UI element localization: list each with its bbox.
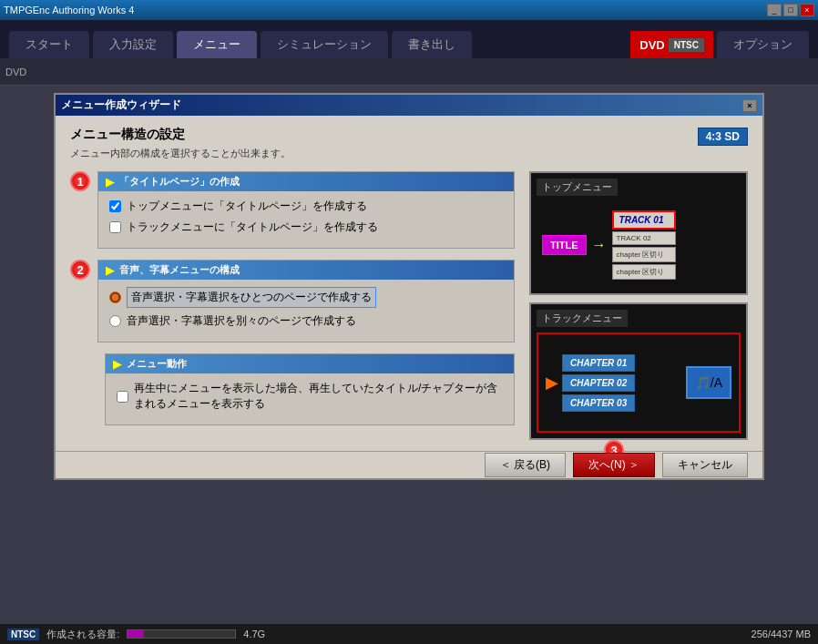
dvd-label: DVD [639,38,664,52]
capacity-value: 4.7G [243,629,265,639]
section1-checkbox2[interactable] [109,221,121,233]
tab-menu[interactable]: メニュー [177,31,257,58]
topmenu-preview-panel: トップメニュー TITLE → TRACK 01 TRACK 02 chapte… [529,171,748,295]
trackmenu-label: トラックメニュー [537,310,628,327]
minimize-button[interactable]: _ [767,4,782,16]
audio-icon: 🎵/A [695,375,722,390]
arrow-right-icon: → [592,237,607,253]
section3-body: 再生中にメニューを表示した場合、再生していたタイトル/チャプターが含まれるメニュ… [106,373,514,424]
trackmenu-section: トラックメニュー ▶ CHAPTER 01 CHAPTER 02 [529,302,748,440]
track-stack: TRACK 01 TRACK 02 chapter 区切り chapter 区切… [612,210,676,280]
dialog-buttons: ＜ 戻る(B) 3 次へ(N) ＞ キャンセル [56,451,762,478]
back-button[interactable]: ＜ 戻る(B) [485,453,566,477]
chapter1-label: CHAPTER 01 [570,358,627,368]
section1-label1: トップメニューに「タイトルページ」を作成する [127,199,367,214]
track-small2: chapter 区切り [612,247,676,262]
section3-icon: ▶ [113,358,121,371]
section1-wrap: 1 ▶ 「タイトルページ」の作成 トップメニューに [70,171,515,249]
section2-header: ▶ 音声、字幕メニューの構成 [98,261,514,280]
section1-panel: ▶ 「タイトルページ」の作成 トップメニューに「タイトルページ」を作成する [97,171,515,249]
section1-label2: トラックメニューに「タイトルページ」を作成する [127,220,378,235]
section2-title: 音声、字幕メニューの構成 [119,263,240,277]
titlebar: TMPGEnc Authoring Works 4 _ □ × [0,0,818,20]
section3-checkbox1[interactable] [117,391,128,403]
trackmenu-label-text: トラックメニュー [542,312,622,323]
capacity-mb: 256/4437 MB [752,629,811,639]
dialog-close-button[interactable]: × [742,99,757,112]
tab-export[interactable]: 書き出し [392,31,472,58]
track-small3: chapter 区切り [612,264,676,280]
dialog: メニュー作成ウィザード × メニュー構造の設定 メニュー内部の構成を選択すること… [54,93,764,480]
section3-wrap: ▶ メニュー動作 再生中にメニューを表示した場合、再生していたタイトル/チャプタ… [70,353,515,425]
section2: ▶ 音声、字幕メニューの構成 音声選択・字幕選択をひとつのページで作成する [97,260,515,342]
tab-simulation[interactable]: シミュレーション [261,31,388,58]
capacity-bar-fill [128,630,144,638]
trackmenu-inner: ▶ CHAPTER 01 CHAPTER 02 CHAP [537,332,741,433]
section3-option1-row: 再生中にメニューを表示した場合、再生していたタイトル/チャプターが含まれるメニュ… [117,381,503,412]
section2-radio1[interactable] [109,291,121,303]
app-title: TMPGEnc Authoring Works 4 [4,5,767,15]
dialog-right: トップメニュー TITLE → TRACK 01 TRACK 02 chapte… [529,171,748,440]
dialog-body: 1 ▶ 「タイトルページ」の作成 トップメニューに [70,171,748,440]
topmenu-section: トップメニュー TITLE → TRACK 01 TRACK 02 chapte… [529,171,748,295]
topmenu-label-text: トップメニュー [542,181,612,192]
navbar: スタート 入力設定 メニュー シミュレーション 書き出し DVD NTSC オプ… [0,20,818,58]
main-area: メニュー作成ウィザード × メニュー構造の設定 メニュー内部の構成を選択すること… [0,86,818,624]
dvd-area-label: DVD [5,66,26,77]
section3-header: ▶ メニュー動作 [106,354,514,373]
chapter-list: CHAPTER 01 CHAPTER 02 CHAPTER 03 [562,354,635,412]
section1-option1-row: トップメニューに「タイトルページ」を作成する [109,199,503,214]
aspect-badge: 4:3 SD [698,128,748,146]
maximize-button[interactable]: □ [783,4,798,16]
topmenu-inner: TITLE → TRACK 01 TRACK 02 chapter 区切り ch… [537,201,741,288]
section2-label1: 音声選択・字幕選択をひとつのページで作成する [127,287,376,308]
dvd-area: DVD [0,58,818,86]
dialog-header: メニュー構造の設定 [70,127,748,143]
section3: ▶ メニュー動作 再生中にメニューを表示した場合、再生していたタイトル/チャプタ… [105,353,515,425]
section1-header: ▶ 「タイトルページ」の作成 [98,172,514,191]
dialog-content: メニュー構造の設定 メニュー内部の構成を選択することが出来ます。 4:3 SD … [56,116,762,451]
topmenu-label: トップメニュー [537,179,618,196]
chapter3-box: CHAPTER 03 [562,394,635,412]
dialog-titlebar: メニュー作成ウィザード × [56,95,762,116]
section1: ▶ 「タイトルページ」の作成 トップメニューに「タイトルページ」を作成する [97,171,515,249]
section2-radio2[interactable] [109,315,121,327]
section2-body: 音声選択・字幕選択をひとつのページで作成する 音声選択・字幕選択を別々のページで… [98,280,514,342]
section2-option2-row: 音声選択・字幕選択を別々のページで作成する [109,313,503,329]
chapter2-label: CHAPTER 02 [570,378,627,388]
section3-title: メニュー動作 [127,357,187,371]
chapter1-box: CHAPTER 01 [562,354,635,372]
chapter2-box: CHAPTER 02 [562,374,635,392]
section3-label1: 再生中にメニューを表示した場合、再生していたタイトル/チャプターが含まれるメニュ… [134,381,503,412]
tab-input[interactable]: 入力設定 [93,31,173,58]
ntsc-label: NTSC [669,38,704,52]
tab-start[interactable]: スタート [9,31,89,58]
cancel-button[interactable]: キャンセル [662,453,748,477]
close-button[interactable]: × [800,4,814,16]
step2-circle: 2 [70,260,90,280]
section1-checkbox1[interactable] [109,200,121,212]
track-main: TRACK 01 [612,210,676,230]
step1-circle: 1 [70,171,90,191]
section2-wrap: 2 ▶ 音声、字幕メニューの構成 音声選択・字幕選 [70,260,515,342]
section2-icon: ▶ [106,264,114,277]
track-small1: TRACK 02 [612,231,676,245]
audio-badge: 🎵/A [686,366,731,399]
section2-option1-row: 音声選択・字幕選択をひとつのページで作成する [109,287,503,308]
dialog-title: メニュー作成ウィザード [61,97,181,113]
tab-option[interactable]: オプション [717,31,809,58]
section2-label2: 音声選択・字幕選択を別々のページで作成する [127,313,356,329]
trackmenu-preview-panel: トラックメニュー ▶ CHAPTER 01 CHAPTER 02 [529,302,748,440]
next-button[interactable]: 次へ(N) ＞ [573,453,655,477]
window-controls: _ □ × [767,4,814,16]
statusbar: NTSC 作成される容量: 4.7G 256/4437 MB [0,624,818,644]
section1-icon: ▶ [106,176,114,189]
title-box: TITLE [542,235,587,255]
chapter-arrow-icon: ▶ [546,373,558,393]
dialog-subheader: メニュー内部の構成を選択することが出来ます。 [70,147,748,160]
capacity-bar [127,629,236,639]
statusbar-ntsc: NTSC [7,629,39,640]
dialog-left: 1 ▶ 「タイトルページ」の作成 トップメニューに [70,171,515,440]
section1-title: 「タイトルページ」の作成 [119,175,240,189]
section1-body: トップメニューに「タイトルページ」を作成する トラックメニューに「タイトルページ… [98,191,514,248]
